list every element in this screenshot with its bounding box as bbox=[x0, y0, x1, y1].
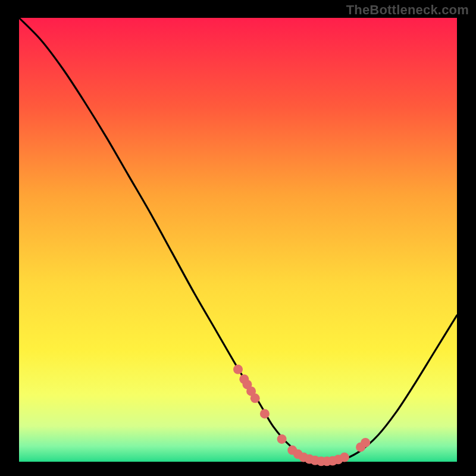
plot-background bbox=[19, 18, 457, 462]
curve-marker bbox=[233, 365, 243, 374]
curve-marker bbox=[361, 438, 370, 447]
curve-marker bbox=[277, 434, 287, 444]
curve-marker bbox=[260, 409, 270, 418]
bottleneck-chart bbox=[0, 0, 476, 476]
curve-marker bbox=[250, 393, 260, 403]
bottom-strip bbox=[19, 460, 457, 462]
watermark-text: TheBottleneck.com bbox=[346, 2, 469, 18]
chart-stage: TheBottleneck.com bbox=[0, 0, 476, 476]
curve-marker bbox=[340, 453, 349, 462]
